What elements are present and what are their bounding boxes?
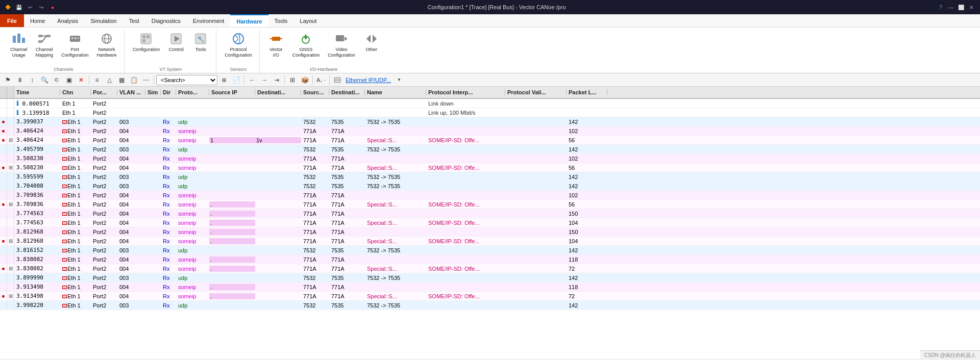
table-row[interactable]: 3.899990 Eth 1 Port2 003 Rx udp 7532 753… bbox=[0, 273, 980, 282]
row-expand[interactable] bbox=[7, 227, 14, 236]
menu-environment[interactable]: Environment bbox=[187, 14, 231, 27]
table-row[interactable]: 3.816152 Eth 1 Port2 003 Rx udp 7532 753… bbox=[0, 246, 980, 255]
help-btn[interactable]: ? bbox=[936, 3, 945, 12]
row-expand[interactable] bbox=[7, 209, 14, 218]
vector-io-btn[interactable]: VectorI/O bbox=[265, 30, 287, 60]
row-expand[interactable] bbox=[7, 246, 14, 254]
row-expand[interactable] bbox=[7, 301, 14, 310]
header-time[interactable]: Time bbox=[14, 89, 60, 95]
row-expand[interactable] bbox=[7, 108, 14, 117]
view-btn-2[interactable]: △ bbox=[104, 74, 115, 86]
restore-btn[interactable]: ⬜ bbox=[957, 3, 966, 12]
row-expand[interactable]: ⊞ bbox=[7, 264, 14, 273]
view-btn-3[interactable]: ▦ bbox=[116, 74, 127, 86]
header-dir[interactable]: Dir bbox=[161, 89, 176, 95]
header-dst[interactable]: Destinati... bbox=[329, 89, 365, 95]
eth-filter-label[interactable]: Ethernet IP/UDP... bbox=[344, 77, 393, 83]
table-row[interactable]: 3.774563 Eth 1 Port2 004 Rx someip . 771… bbox=[0, 209, 980, 218]
row-expand[interactable] bbox=[7, 191, 14, 199]
row-expand[interactable] bbox=[7, 172, 14, 181]
row-expand[interactable] bbox=[7, 255, 14, 264]
export-btn[interactable]: ⊞ bbox=[287, 74, 298, 86]
filter-btn-2[interactable]: ⏸ bbox=[14, 74, 26, 86]
search-dropdown[interactable]: <Search> bbox=[156, 75, 217, 85]
expand-icon[interactable]: ⊞ bbox=[9, 238, 13, 244]
vt-config-btn[interactable]: Configuration bbox=[130, 30, 163, 55]
menu-diagnostics[interactable]: Diagnostics bbox=[145, 14, 187, 27]
row-expand[interactable] bbox=[7, 218, 14, 227]
header-interp[interactable]: Protocol Interp... bbox=[426, 89, 505, 95]
video-config-btn[interactable]: VideoConfiguration bbox=[325, 30, 358, 60]
table-row[interactable]: ■ 3.406424 Eth 1 Port2 004 Rx someip 771… bbox=[0, 126, 980, 136]
filter-btn-3[interactable]: ↕ bbox=[27, 74, 38, 86]
table-row[interactable]: 3.838082 Eth 1 Port2 004 Rx someip . 771… bbox=[0, 255, 980, 264]
menu-home[interactable]: Home bbox=[24, 14, 51, 27]
header-sim[interactable]: Sim bbox=[145, 89, 161, 95]
view-btn-1[interactable]: ≡ bbox=[91, 74, 103, 86]
filter-btn-4[interactable]: 🔍 bbox=[39, 74, 50, 86]
table-row[interactable]: ■ ⊞ 3.838082 Eth 1 Port2 004 Rx someip .… bbox=[0, 264, 980, 273]
expand-icon[interactable]: ⊞ bbox=[9, 266, 13, 271]
filter-file-btn[interactable]: 📄 bbox=[231, 74, 242, 86]
header-chn[interactable]: Chn bbox=[60, 89, 91, 95]
search-apply-btn[interactable]: ⊕ bbox=[218, 74, 230, 86]
row-expand[interactable] bbox=[7, 282, 14, 291]
filter-btn-5[interactable]: ⛭ bbox=[51, 74, 62, 86]
protocol-config-btn[interactable]: ProtocolConfiguration bbox=[222, 30, 255, 60]
table-row[interactable]: ■ ⊞ 3.913498 Eth 1 Port2 004 Rx someip .… bbox=[0, 292, 980, 301]
row-expand[interactable]: ⊞ bbox=[7, 163, 14, 172]
table-row[interactable]: ■ ⊞ 3.812968 Eth 1 Port2 004 Rx someip .… bbox=[0, 237, 980, 246]
table-row[interactable]: 3.495799 Eth 1 Port2 003 Rx udp 7532 753… bbox=[0, 145, 980, 154]
header-dstip[interactable]: Destinati... bbox=[255, 89, 301, 95]
header-plen[interactable]: Packet L... bbox=[567, 89, 607, 95]
expand-icon[interactable]: ⊞ bbox=[9, 137, 13, 143]
row-expand[interactable]: ⊞ bbox=[7, 200, 14, 209]
table-row[interactable]: 3.595599 Eth 1 Port2 003 Rx udp 7532 753… bbox=[0, 172, 980, 182]
minimize-btn[interactable]: — bbox=[946, 3, 955, 12]
filter-btn-1[interactable]: ⚑ bbox=[2, 74, 13, 86]
table-row[interactable]: 3.508230 Eth 1 Port2 004 Rx someip 771A … bbox=[0, 154, 980, 163]
nav-back-btn[interactable]: ← bbox=[247, 74, 258, 86]
other-btn[interactable]: Other bbox=[360, 30, 383, 55]
filter-btn-6[interactable]: ▣ bbox=[63, 74, 75, 86]
eth-filter-dropdown[interactable]: ▼ bbox=[394, 74, 405, 86]
export-btn-2[interactable]: 📦 bbox=[299, 74, 310, 86]
vt-control-btn[interactable]: Control bbox=[165, 30, 187, 55]
header-vlan[interactable]: VLAN ... bbox=[117, 89, 145, 95]
menu-simulation[interactable]: Simulation bbox=[84, 14, 122, 27]
row-expand[interactable] bbox=[7, 117, 14, 126]
filter-clear-btn[interactable]: ✕ bbox=[76, 74, 87, 86]
table-row[interactable]: ■ ⊞ 3.406424 Eth 1 Port2 004 Rx someip 1… bbox=[0, 136, 980, 145]
menu-test[interactable]: Test bbox=[123, 14, 145, 27]
save-btn[interactable]: 💾 bbox=[14, 3, 23, 12]
table-row[interactable]: 3.709836 Eth 1 Port2 004 Rx someip 771A … bbox=[0, 191, 980, 200]
header-src[interactable]: Sourc... bbox=[301, 89, 329, 95]
expand-icon[interactable]: ⊞ bbox=[9, 201, 13, 207]
header-srcip[interactable]: Source IP bbox=[209, 89, 255, 95]
header-name[interactable]: Name bbox=[365, 89, 426, 95]
menu-file[interactable]: File bbox=[0, 14, 24, 27]
row-expand[interactable]: ⊞ bbox=[7, 237, 14, 245]
table-row[interactable]: ℹ 0.000571 Eth 1 Port2 Link down bbox=[0, 99, 980, 108]
redo-btn[interactable]: ↪ bbox=[37, 3, 46, 12]
row-expand[interactable] bbox=[7, 145, 14, 153]
table-row[interactable]: ■ 3.399037 Eth 1 Port2 003 Rx udp 7532 7… bbox=[0, 117, 980, 126]
expand-icon[interactable]: ⊞ bbox=[9, 293, 13, 299]
channel-usage-btn[interactable]: ChannelUsage bbox=[7, 30, 31, 60]
vt-tools-btn[interactable]: 🔧 Tools bbox=[189, 30, 212, 55]
network-hardware-btn[interactable]: NetworkHardware bbox=[94, 30, 120, 60]
table-row[interactable]: ■ ⊞ 3.709836 Eth 1 Port2 004 Rx someip .… bbox=[0, 200, 980, 209]
nav-btn-3[interactable]: ⇥ bbox=[271, 74, 282, 86]
row-expand[interactable] bbox=[7, 182, 14, 190]
close-btn[interactable]: ✕ bbox=[967, 3, 976, 12]
undo-btn[interactable]: ↩ bbox=[26, 3, 35, 12]
port-config-btn[interactable]: PortConfiguration bbox=[58, 30, 92, 60]
menu-layout[interactable]: Layout bbox=[293, 14, 323, 27]
menu-tools[interactable]: Tools bbox=[268, 14, 294, 27]
header-proto[interactable]: Proto... bbox=[176, 89, 209, 95]
table-row[interactable]: 3.774563 Eth 1 Port2 004 Rx someip . 771… bbox=[0, 218, 980, 227]
expand-icon[interactable]: ⊞ bbox=[9, 165, 13, 170]
stop-btn[interactable]: ● bbox=[48, 3, 57, 12]
table-row[interactable]: 3.998220 Eth 1 Port2 003 Rx udp 7532 753… bbox=[0, 301, 980, 310]
row-expand[interactable] bbox=[7, 99, 14, 108]
